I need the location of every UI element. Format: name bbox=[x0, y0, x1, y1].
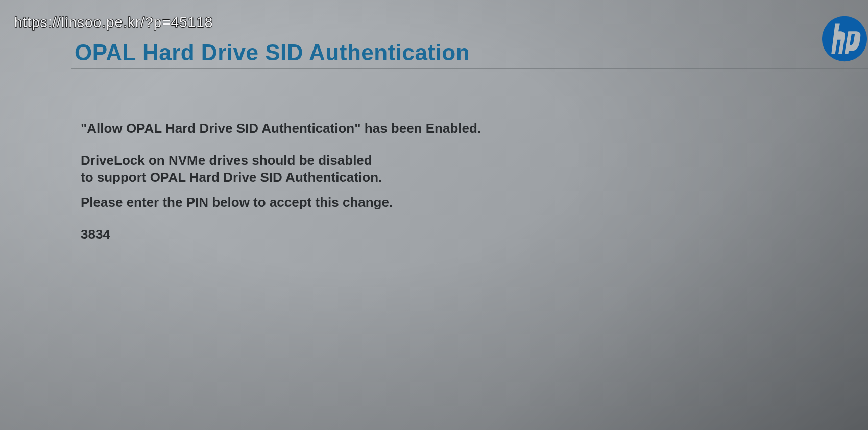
pin-value: 3834 bbox=[81, 226, 110, 243]
info-message: DriveLock on NVMe drives should be disab… bbox=[81, 152, 382, 185]
info-line-2: to support OPAL Hard Drive SID Authentic… bbox=[81, 170, 382, 185]
title-divider bbox=[71, 68, 868, 69]
status-message: "Allow OPAL Hard Drive SID Authenticatio… bbox=[81, 120, 481, 137]
source-url-watermark: https://linsoo.pe.kr/?p=45118 bbox=[14, 14, 213, 31]
page-title: OPAL Hard Drive SID Authentication bbox=[75, 40, 470, 65]
prompt-message: Please enter the PIN below to accept thi… bbox=[81, 194, 393, 211]
info-line-1: DriveLock on NVMe drives should be disab… bbox=[81, 153, 372, 168]
hp-logo-icon bbox=[821, 15, 868, 62]
